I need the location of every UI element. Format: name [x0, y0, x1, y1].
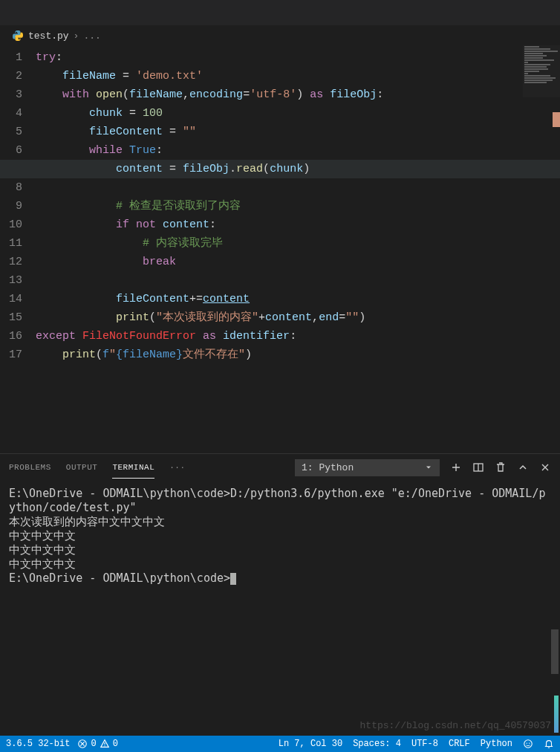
scrollbar-marker	[553, 112, 560, 127]
breadcrumb-symbol[interactable]: ...	[83, 30, 100, 42]
svg-point-6	[527, 742, 527, 743]
terminal-scrollbar[interactable]	[551, 629, 559, 674]
chevron-up-icon[interactable]	[517, 461, 529, 473]
svg-point-5	[524, 740, 533, 748]
tab-output[interactable]: OUTPUT	[66, 457, 98, 478]
feedback-icon[interactable]	[523, 739, 533, 749]
close-icon[interactable]	[539, 461, 551, 473]
bell-icon[interactable]	[544, 739, 554, 749]
statusbar: 3.6.5 32-bit 0 0 Ln 7, Col 30 Spaces: 4 …	[0, 736, 560, 752]
tab-more[interactable]: ···	[169, 457, 185, 478]
terminal-output[interactable]: E:\OneDrive - ODMAIL\python\code>D:/pyth…	[0, 481, 560, 736]
terminal-colorbar	[554, 696, 559, 733]
trash-icon[interactable]	[495, 461, 507, 473]
python-file-icon	[12, 30, 24, 42]
svg-point-4	[104, 745, 105, 746]
sb-errors[interactable]: 0 0	[77, 739, 117, 749]
cursor	[230, 573, 236, 585]
new-terminal-icon[interactable]	[450, 461, 462, 473]
terminal-select[interactable]: 1: Python	[295, 459, 440, 476]
tab-terminal[interactable]: TERMINAL	[112, 457, 154, 479]
breadcrumb-sep: ›	[74, 30, 79, 42]
tab-problems[interactable]: PROBLEMS	[9, 457, 51, 478]
tab-bar	[0, 0, 560, 26]
sb-language[interactable]: Python	[481, 739, 512, 749]
breadcrumb-file[interactable]: test.py	[28, 30, 69, 42]
breadcrumb[interactable]: test.py › ...	[0, 26, 560, 45]
sb-spaces[interactable]: Spaces: 4	[353, 739, 401, 749]
panel-tabs: PROBLEMS OUTPUT TERMINAL ··· 1: Python	[0, 454, 560, 481]
split-terminal-icon[interactable]	[472, 461, 484, 473]
panel: PROBLEMS OUTPUT TERMINAL ··· 1: Python	[0, 453, 560, 736]
minimap[interactable]	[523, 45, 560, 97]
chevron-down-icon	[424, 463, 433, 472]
sb-encoding[interactable]: UTF-8	[411, 739, 438, 749]
line-numbers: 1234567891011121314151617	[0, 45, 36, 453]
error-icon	[77, 739, 88, 749]
editor[interactable]: 1234567891011121314151617 try: fileName …	[0, 45, 560, 453]
sb-python-version[interactable]: 3.6.5 32-bit	[6, 739, 70, 749]
svg-point-7	[529, 742, 530, 743]
sb-position[interactable]: Ln 7, Col 30	[279, 739, 342, 749]
warning-icon	[100, 739, 110, 749]
sb-eol[interactable]: CRLF	[449, 739, 470, 749]
code-content[interactable]: try: fileName = 'demo.txt' with open(fil…	[36, 45, 560, 453]
